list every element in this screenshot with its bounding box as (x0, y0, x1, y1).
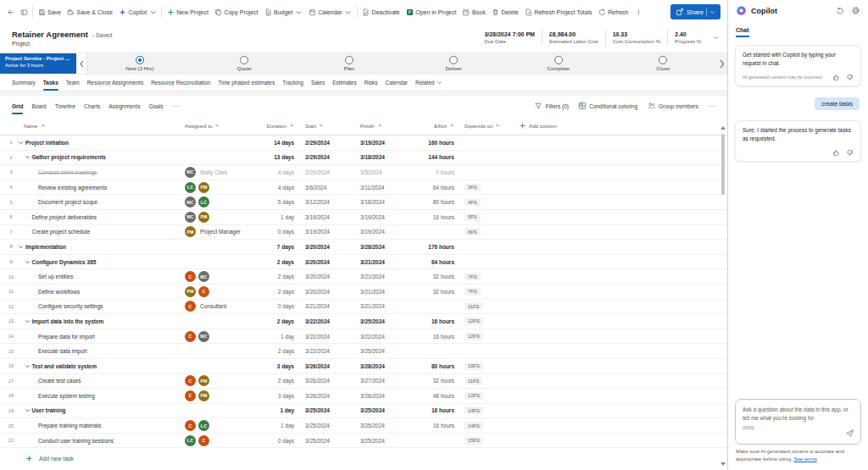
duration-cell[interactable]: 2 days (220, 344, 294, 358)
view-tabs-more[interactable]: ··· (171, 102, 181, 110)
task-name-cell[interactable]: Execute data import (31, 344, 87, 358)
column-finish[interactable]: Finish (360, 116, 382, 135)
assigned-to-cell[interactable]: CPM (185, 374, 209, 389)
collapse-caret-icon[interactable] (25, 154, 31, 160)
task-name-cell[interactable]: Configure Dynamics 365 (25, 255, 97, 269)
duration-cell[interactable]: 2 days (220, 374, 294, 389)
tab-sales[interactable]: Sales (311, 75, 325, 91)
grid-scrollbar[interactable] (720, 124, 726, 468)
view-tab-goals[interactable]: Goals (148, 96, 163, 116)
task-row[interactable]: 14Prepare data for importCMC1 day3/22/20… (0, 329, 727, 345)
tab-tracking[interactable]: Tracking (282, 75, 303, 91)
start-cell[interactable]: 3/26/2024 (305, 359, 330, 373)
effort-cell[interactable]: 160 hours (381, 135, 454, 150)
effort-cell[interactable]: 16 hours (381, 418, 454, 433)
effort-cell[interactable] (381, 225, 454, 240)
filters-button[interactable]: Filters (0) (534, 102, 568, 110)
depends-on-cell[interactable]: 3FS (465, 180, 481, 195)
thumbs-up-icon[interactable] (832, 149, 840, 157)
duration-cell[interactable]: 1 day (220, 404, 294, 418)
collapse-caret-icon[interactable] (18, 140, 24, 146)
task-row[interactable]: 7Create project schedulePMProject Manage… (0, 225, 727, 241)
tab-calendar[interactable]: Calendar (386, 75, 408, 91)
header-stats-chevron[interactable] (713, 35, 719, 41)
bpf-stage-new[interactable]: New (3 Hrs) (87, 53, 192, 74)
start-cell[interactable]: 3/20/2024 (305, 240, 330, 254)
task-name-cell[interactable]: Prepare data for import (31, 329, 95, 344)
duration-cell[interactable]: 0 days (220, 300, 294, 314)
task-row[interactable]: 10Set up entitiesCMC2 days3/20/20243/21/… (0, 269, 727, 285)
depends-on-cell[interactable]: 12FS (465, 389, 483, 403)
finish-cell[interactable]: 3/5/2024 (360, 165, 381, 180)
task-name-cell[interactable]: Execute system testing (31, 389, 95, 403)
book-button[interactable]: Book (459, 3, 488, 21)
thumbs-down-icon[interactable] (846, 149, 854, 157)
task-row[interactable]: 4Review existing agreementsLCPM4 days3/6… (0, 180, 727, 196)
collapse-caret-icon[interactable] (25, 259, 31, 265)
effort-cell[interactable]: 64 hours (381, 180, 454, 195)
more-commands-button[interactable] (632, 3, 645, 21)
task-row[interactable]: 18Execute system testingCPM3 days3/26/20… (0, 389, 727, 404)
assigned-to-cell[interactable]: CLC (185, 418, 209, 433)
thumbs-up-icon[interactable] (832, 74, 840, 81)
assigned-to-cell[interactable]: LCC (185, 434, 209, 448)
tab-time-phased-estimates[interactable]: Time phased estimates (218, 75, 275, 91)
depends-on-cell[interactable]: 15FS (465, 359, 483, 373)
start-cell[interactable]: 3/20/2024 (305, 269, 330, 284)
start-cell[interactable]: 3/25/2024 (305, 418, 330, 433)
tab-related[interactable]: Related (415, 75, 442, 91)
collapse-caret-icon[interactable] (25, 363, 31, 369)
task-row[interactable]: 12Configure security settingsCConsultant… (0, 300, 727, 315)
send-icon[interactable] (845, 429, 854, 438)
depends-on-cell[interactable]: 14FS (465, 404, 483, 418)
duration-cell[interactable]: 2 days (220, 314, 294, 329)
duration-cell[interactable]: 1 day (220, 329, 294, 344)
bpf-process-tag[interactable]: Project Service - Project ... Active for… (0, 53, 76, 74)
task-row[interactable]: 21Conduct user training sessionsLCC0 day… (0, 434, 727, 449)
effort-cell[interactable] (381, 300, 454, 314)
duration-cell[interactable]: 0 days (220, 434, 294, 448)
task-row[interactable]: 2Gather project requirements13 days2/29/… (0, 151, 727, 166)
depends-on-cell[interactable]: 4FS (465, 195, 481, 209)
task-name-cell[interactable]: Define workflows (31, 285, 80, 299)
effort-cell[interactable]: 48 hours (381, 389, 454, 403)
effort-cell[interactable]: 16 hours (381, 329, 454, 344)
depends-on-cell[interactable]: 5FS (465, 210, 481, 224)
start-cell[interactable]: 3/21/2024 (305, 300, 330, 314)
effort-cell[interactable] (381, 344, 454, 358)
duration-cell[interactable]: 7 days (220, 240, 294, 254)
collapse-caret-icon[interactable] (25, 318, 31, 324)
scrollbar-down-arrow[interactable] (721, 462, 726, 466)
add-column-button[interactable]: Add column (519, 116, 557, 135)
start-cell[interactable]: 3/20/2024 (305, 285, 330, 299)
bpf-stage-complete[interactable]: Complete (506, 53, 611, 74)
task-row[interactable]: 16Test and validate system3 days3/26/202… (0, 359, 727, 374)
effort-cell[interactable]: 16 hours (381, 314, 454, 329)
task-name-cell[interactable]: Gather project requirements (25, 151, 106, 165)
task-row[interactable]: 1Project Initiation14 days2/29/20243/19/… (0, 135, 727, 151)
tab-estimates[interactable]: Estimates (332, 75, 357, 91)
depends-on-cell[interactable]: 15FS (465, 434, 483, 448)
start-cell[interactable]: 3/12/2024 (305, 195, 330, 209)
effort-cell[interactable] (381, 434, 454, 448)
task-name-cell[interactable]: Document project scope (31, 195, 97, 209)
tab-summary[interactable]: Summary (12, 75, 36, 91)
effort-cell[interactable]: 80 hours (381, 359, 454, 373)
effort-cell[interactable]: 32 hours (381, 374, 454, 389)
column-start[interactable]: Start (305, 116, 324, 135)
column-effort[interactable]: Effort (381, 116, 454, 135)
group-members-button[interactable]: Group members (647, 102, 698, 110)
tab-resource-reconciliation[interactable]: Resource Reconciliation (151, 75, 210, 91)
bpf-stage-plan[interactable]: Plan (297, 53, 402, 74)
tab-tasks[interactable]: Tasks (43, 75, 58, 91)
effort-cell[interactable]: 176 hours (381, 240, 454, 254)
depends-on-cell[interactable]: 7FS (465, 285, 481, 299)
bpf-stage-close[interactable]: Close (611, 53, 716, 74)
see-terms-link[interactable]: See terms (793, 456, 816, 462)
start-cell[interactable]: 3/22/2024 (305, 329, 330, 344)
bpf-stage-deliver[interactable]: Deliver (402, 53, 507, 74)
effort-cell[interactable]: 16 hours (381, 210, 454, 224)
task-row[interactable]: 8Implementation7 days3/20/20243/28/20241… (0, 240, 727, 255)
scrollbar-up-arrow[interactable] (721, 126, 726, 130)
duration-cell[interactable]: 5 days (220, 195, 294, 209)
